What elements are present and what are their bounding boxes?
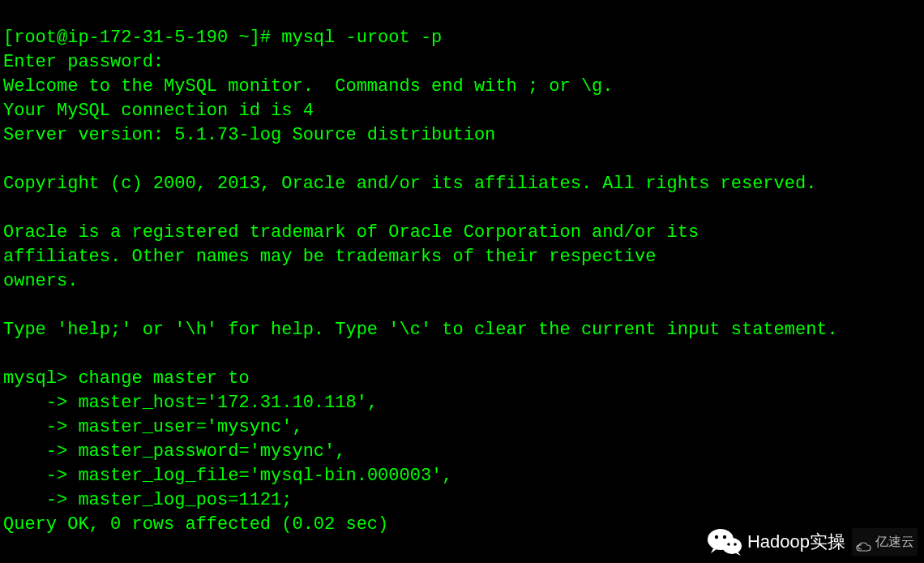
shell-prompt: [root@ip-172-31-5-190 ~]# xyxy=(3,28,281,48)
wechat-icon xyxy=(707,527,742,557)
result-line: Query OK, 0 rows affected (0.02 sec) xyxy=(3,514,388,535)
watermark-area: Hadoop实操 亿速云 xyxy=(707,527,918,557)
continuation-line: -> master_user='mysync', xyxy=(3,417,303,437)
cloud-icon xyxy=(855,536,873,548)
wechat-label: Hadoop实操 xyxy=(747,530,845,554)
output-line: Copyright (c) 2000, 2013, Oracle and/or … xyxy=(3,174,816,194)
output-line: Enter password: xyxy=(3,52,174,72)
output-line: Your MySQL connection id is 4 xyxy=(3,101,314,121)
yisu-watermark: 亿速云 xyxy=(852,528,918,556)
continuation-line: -> master_log_pos=1121; xyxy=(3,490,292,510)
output-line: Type 'help;' or '\h' for help. Type '\c'… xyxy=(3,320,838,340)
terminal-output[interactable]: [root@ip-172-31-5-190 ~]# mysql -uroot -… xyxy=(0,0,924,563)
output-line: Oracle is a registered trademark of Orac… xyxy=(3,222,699,243)
svg-point-2 xyxy=(715,535,718,539)
output-line: Server version: 5.1.73-log Source distri… xyxy=(3,125,495,145)
yisu-label: 亿速云 xyxy=(875,530,914,554)
svg-point-5 xyxy=(734,543,737,546)
output-line: owners. xyxy=(3,271,78,291)
svg-point-4 xyxy=(727,543,730,546)
continuation-line: -> master_log_file='mysql-bin.000003', xyxy=(3,466,453,486)
svg-point-3 xyxy=(723,535,726,539)
continuation-line: -> master_password='mysync', xyxy=(3,441,345,462)
wechat-watermark: Hadoop实操 xyxy=(707,527,845,557)
entered-command: mysql -uroot -p xyxy=(281,28,442,48)
output-line: affiliates. Other names may be trademark… xyxy=(3,247,656,267)
output-line: Welcome to the MySQL monitor. Commands e… xyxy=(3,76,614,97)
mysql-prompt-line: mysql> change master to xyxy=(3,368,250,389)
svg-point-1 xyxy=(722,538,742,554)
continuation-line: -> master_host='172.31.10.118', xyxy=(3,393,378,413)
